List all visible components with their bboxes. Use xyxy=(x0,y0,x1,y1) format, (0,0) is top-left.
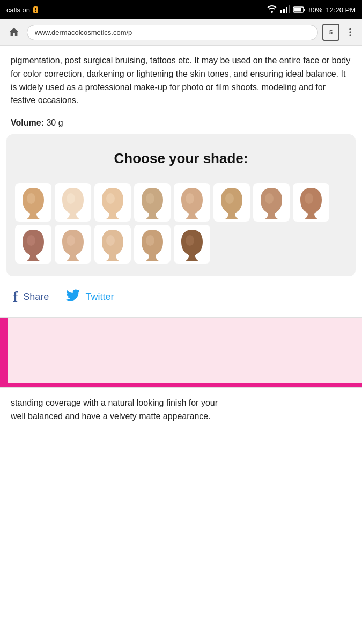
browser-menu-button[interactable] xyxy=(344,27,357,38)
svg-rect-6 xyxy=(304,9,305,11)
facebook-icon: f xyxy=(13,288,18,305)
svg-point-13 xyxy=(146,193,154,204)
volume-label: Volume: xyxy=(11,118,44,127)
svg-point-7 xyxy=(349,28,351,30)
svg-point-21 xyxy=(146,235,154,246)
battery-percentage: 80% xyxy=(308,6,322,14)
svg-point-18 xyxy=(27,235,35,246)
status-right: 80% 12:20 PM xyxy=(267,4,356,15)
browser-bar: www.dermacolcosmetics.com/p 5 xyxy=(0,19,362,46)
svg-point-8 xyxy=(349,31,351,33)
volume-value: 30 g xyxy=(46,118,63,127)
bottom-text-line1: standing coverage with a natural looking… xyxy=(11,397,351,410)
time: 12:20 PM xyxy=(326,6,356,14)
svg-rect-2 xyxy=(286,7,287,13)
shade-item-11[interactable] xyxy=(94,225,131,264)
shade-item-4[interactable] xyxy=(134,183,171,222)
pink-bottom-bar xyxy=(0,383,362,387)
tabs-button[interactable]: 5 xyxy=(322,24,339,41)
signal-icon xyxy=(280,5,290,15)
url-bar[interactable]: www.dermacolcosmetics.com/p xyxy=(27,25,318,40)
svg-point-11 xyxy=(67,193,75,204)
facebook-share-button[interactable]: f Share xyxy=(13,288,49,305)
shade-item-2[interactable] xyxy=(55,183,91,222)
svg-rect-0 xyxy=(280,10,282,13)
svg-point-22 xyxy=(186,235,194,246)
svg-point-9 xyxy=(349,34,351,36)
shade-item-7[interactable] xyxy=(253,183,290,222)
twitter-share-button[interactable]: Twitter xyxy=(66,289,114,304)
shade-item-12[interactable] xyxy=(134,225,171,264)
page-content: pigmentation, post surgical bruising, ta… xyxy=(0,46,362,434)
pink-banner-section xyxy=(0,318,362,387)
carrier-text: calls on xyxy=(6,6,30,14)
twitter-label: Twitter xyxy=(85,291,114,303)
shade-selector: Choose your shade: xyxy=(6,134,356,276)
svg-rect-1 xyxy=(283,9,285,13)
description-text: pigmentation, post surgical bruising, ta… xyxy=(11,56,350,105)
shade-item-13[interactable] xyxy=(174,225,210,264)
social-share-bar: f Share Twitter xyxy=(0,276,362,318)
share-label: Share xyxy=(23,291,49,303)
warning-icon: ! xyxy=(33,6,38,13)
wifi-icon xyxy=(267,4,277,15)
product-description: pigmentation, post surgical bruising, ta… xyxy=(0,46,362,114)
status-left: calls on ! xyxy=(6,6,38,14)
bottom-text-line2: well balanced and have a velvety matte a… xyxy=(11,410,351,423)
volume-info: Volume: 30 g xyxy=(0,114,362,134)
twitter-icon xyxy=(66,289,80,304)
shade-item-6[interactable] xyxy=(213,183,250,222)
svg-point-14 xyxy=(186,193,194,204)
bottom-description: standing coverage with a natural looking… xyxy=(0,388,362,434)
pink-left-accent xyxy=(0,318,8,383)
svg-point-20 xyxy=(106,235,115,246)
shade-item-8[interactable] xyxy=(293,183,329,222)
svg-point-19 xyxy=(67,235,75,246)
shade-item-10[interactable] xyxy=(55,225,91,264)
svg-rect-5 xyxy=(294,8,301,12)
shade-item-9[interactable] xyxy=(15,225,51,264)
shade-title: Choose your shade: xyxy=(15,150,347,167)
svg-rect-3 xyxy=(289,5,290,13)
svg-point-15 xyxy=(225,193,234,204)
svg-point-12 xyxy=(106,193,115,204)
shade-item-5[interactable] xyxy=(174,183,210,222)
shade-grid xyxy=(15,183,347,264)
svg-point-17 xyxy=(305,193,313,204)
shade-item-3[interactable] xyxy=(94,183,131,222)
shade-item-1[interactable] xyxy=(15,183,51,222)
home-button[interactable] xyxy=(5,24,23,41)
svg-point-10 xyxy=(27,193,35,204)
status-bar: calls on ! 80% 12:20 PM xyxy=(0,0,362,19)
battery-icon xyxy=(293,6,305,13)
svg-point-16 xyxy=(265,193,274,204)
